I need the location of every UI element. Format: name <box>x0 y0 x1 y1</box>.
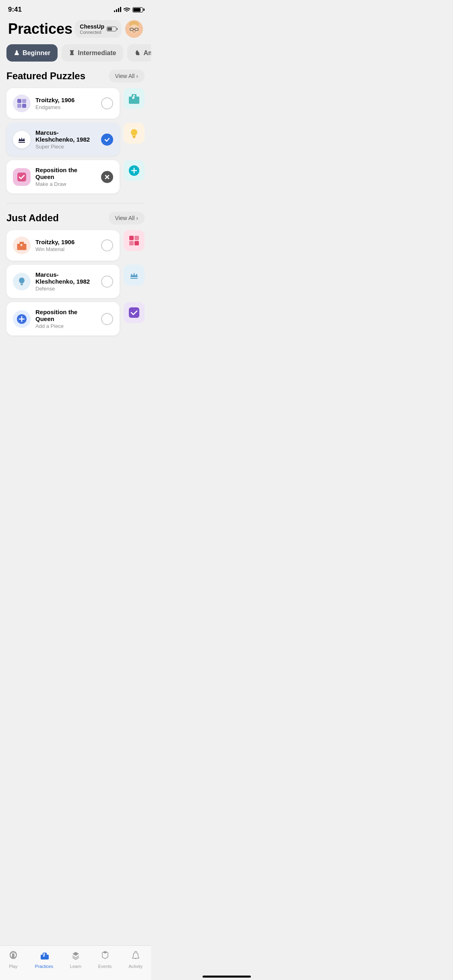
tab-intermediate[interactable]: ♜ Intermediate <box>62 44 123 62</box>
svg-rect-7 <box>22 99 26 103</box>
tab-beginner[interactable]: ♟ Beginner <box>6 44 58 62</box>
puzzle-type-3: Make a Draw <box>35 181 96 187</box>
just-added-side-3 <box>124 302 145 323</box>
signal-icon <box>114 7 121 12</box>
just-added-card-3[interactable]: Reposition the Queen Add a Piece <box>6 302 120 336</box>
just-added-card-1[interactable]: Troitzky, 1906 Win Material <box>6 230 120 261</box>
battery-icon <box>132 7 143 12</box>
just-added-icon-1 <box>13 237 31 254</box>
puzzle-status-1 <box>101 97 113 109</box>
just-added-status-1 <box>101 239 113 251</box>
just-added-info-1: Troitzky, 1906 Win Material <box>35 239 96 252</box>
just-added-side-1 <box>124 230 145 251</box>
puzzle-name-1: Troitzky, 1906 <box>35 97 96 103</box>
just-added-icon-2 <box>13 273 31 290</box>
svg-rect-11 <box>132 136 136 137</box>
just-added-title: Just Added <box>6 212 59 224</box>
svg-rect-9 <box>22 104 26 108</box>
svg-point-15 <box>21 244 23 246</box>
just-added-row-3: Reposition the Queen Add a Piece <box>6 302 145 336</box>
difficulty-tabs: ♟ Beginner ♜ Intermediate ♞ Amateur <box>0 44 151 70</box>
intermediate-label: Intermediate <box>78 49 116 57</box>
puzzle-icon-endgames <box>13 95 31 112</box>
puzzle-info-3: Reposition the Queen Make a Draw <box>35 167 96 187</box>
header: Practices ChessUp Connected <box>0 17 151 44</box>
just-added-section: Just Added View All › <box>0 212 151 336</box>
featured-view-all-button[interactable]: View All › <box>109 70 145 82</box>
status-icons <box>114 7 143 13</box>
section-divider <box>6 203 145 204</box>
avatar[interactable] <box>125 20 143 38</box>
featured-puzzles-title: Featured Puzzles <box>6 70 85 82</box>
wifi-icon <box>124 7 130 13</box>
just-added-puzzle-list: Troitzky, 1906 Win Material <box>6 230 145 336</box>
just-added-name-1: Troitzky, 1906 <box>35 239 96 245</box>
beginner-label: Beginner <box>23 49 50 57</box>
device-badge[interactable]: ChessUp Connected <box>75 20 121 38</box>
svg-rect-12 <box>133 137 135 138</box>
puzzle-name-2: Marcus-Kleshchenko, 1982 <box>35 129 96 143</box>
svg-rect-19 <box>134 241 139 245</box>
just-added-icon-3 <box>13 310 31 328</box>
featured-puzzles-section: Featured Puzzles View All › <box>0 70 151 194</box>
device-name: ChessUp <box>80 23 104 30</box>
just-added-name-2: Marcus-Kleshchenko, 1982 <box>35 271 96 285</box>
puzzle-type-1: Endgames <box>35 104 96 110</box>
chevron-right-icon: › <box>136 73 138 79</box>
side-icon-1 <box>124 88 145 109</box>
svg-rect-20 <box>21 284 23 284</box>
side-icon-3 <box>124 160 145 181</box>
side-icon-2 <box>124 123 145 144</box>
svg-rect-13 <box>17 173 26 181</box>
svg-rect-16 <box>129 236 134 240</box>
just-added-side-2 <box>124 265 145 286</box>
just-added-card-2[interactable]: Marcus-Kleshchenko, 1982 Defense <box>6 265 120 298</box>
just-added-type-2: Defense <box>35 286 96 292</box>
page-title: Practices <box>8 21 72 37</box>
just-added-row-1: Troitzky, 1906 Win Material <box>6 230 145 261</box>
device-status: Connected <box>80 30 104 35</box>
featured-puzzle-row-3: Reposition the Queen Make a Draw <box>6 160 145 194</box>
puzzle-info-2: Marcus-Kleshchenko, 1982 Super Piece <box>35 129 96 150</box>
main-content: Featured Puzzles View All › <box>0 70 151 385</box>
featured-puzzle-row-1: Troitzky, 1906 Endgames <box>6 88 145 119</box>
just-added-status-3 <box>101 313 113 325</box>
amateur-label: Amateur <box>143 49 151 57</box>
status-time: 9:41 <box>8 6 22 14</box>
header-right: ChessUp Connected <box>75 20 143 38</box>
featured-puzzles-header: Featured Puzzles View All › <box>6 70 145 82</box>
featured-view-all-label: View All <box>115 73 135 79</box>
svg-rect-17 <box>134 236 139 240</box>
featured-puzzle-card-1[interactable]: Troitzky, 1906 Endgames <box>6 88 120 119</box>
just-added-info-2: Marcus-Kleshchenko, 1982 Defense <box>35 271 96 292</box>
puzzle-name-3: Reposition the Queen <box>35 167 96 180</box>
just-added-type-1: Win Material <box>35 246 96 252</box>
svg-rect-8 <box>17 104 21 108</box>
featured-puzzle-list: Troitzky, 1906 Endgames <box>6 88 145 194</box>
just-added-status-2 <box>101 276 113 288</box>
just-added-name-3: Reposition the Queen <box>35 309 96 322</box>
puzzle-status-2 <box>101 134 113 146</box>
amateur-icon: ♞ <box>134 49 140 57</box>
svg-rect-23 <box>129 307 139 318</box>
tab-amateur[interactable]: ♞ Amateur <box>127 44 151 62</box>
svg-rect-6 <box>17 99 21 103</box>
puzzle-status-3 <box>101 171 113 183</box>
just-added-header: Just Added View All › <box>6 212 145 224</box>
just-added-row-2: Marcus-Kleshchenko, 1982 Defense <box>6 265 145 298</box>
just-added-view-all-button[interactable]: View All › <box>109 212 145 224</box>
featured-puzzle-card-2[interactable]: Marcus-Kleshchenko, 1982 Super Piece <box>6 123 120 156</box>
featured-puzzle-card-3[interactable]: Reposition the Queen Make a Draw <box>6 160 120 194</box>
intermediate-icon: ♜ <box>69 49 74 57</box>
beginner-icon: ♟ <box>14 49 19 57</box>
svg-rect-21 <box>21 284 23 285</box>
svg-point-10 <box>132 97 134 99</box>
puzzle-icon-repositionqueen <box>13 168 31 186</box>
just-added-type-3: Add a Piece <box>35 323 96 329</box>
featured-puzzle-row-2: Marcus-Kleshchenko, 1982 Super Piece <box>6 123 145 156</box>
chevron-right-icon-2: › <box>136 215 138 221</box>
puzzle-info-1: Troitzky, 1906 Endgames <box>35 97 96 110</box>
device-battery-icon <box>107 27 116 31</box>
status-bar: 9:41 <box>0 0 151 17</box>
puzzle-icon-superpiece <box>13 131 31 148</box>
